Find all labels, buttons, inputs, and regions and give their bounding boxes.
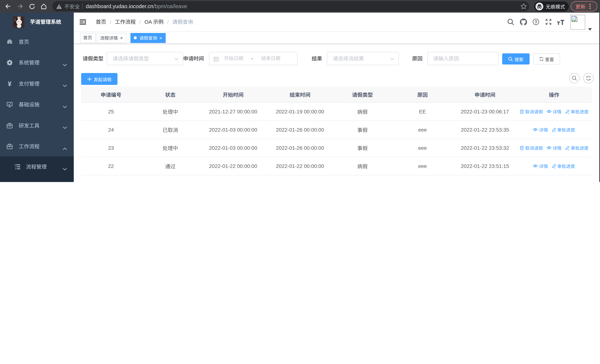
svg-text:¥: ¥ <box>8 81 11 86</box>
